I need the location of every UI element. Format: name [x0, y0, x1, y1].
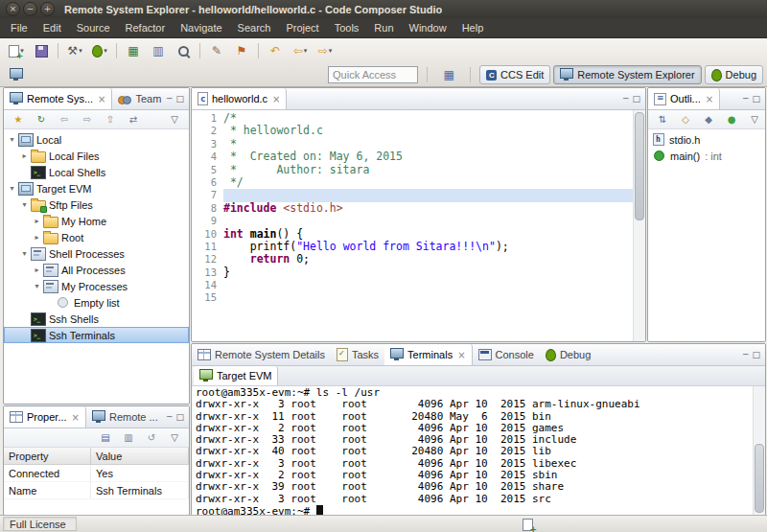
- show-categories-button[interactable]: ▤: [95, 429, 116, 447]
- column-header-value[interactable]: Value: [91, 448, 189, 465]
- maximize-view-button[interactable]: □: [752, 350, 760, 359]
- link-with-editor-button[interactable]: ⇄: [123, 111, 144, 128]
- tree-item-local-shells[interactable]: Local Shells: [4, 164, 189, 180]
- bookmark-button[interactable]: ⚑: [229, 40, 254, 61]
- expander-icon[interactable]: ▸: [32, 233, 42, 242]
- memory-browser-button[interactable]: ▥: [146, 40, 171, 61]
- terminal-vertical-scrollbar[interactable]: [753, 386, 765, 515]
- hide-non-public-members-button[interactable]: ●: [721, 111, 742, 128]
- scrollbar-thumb[interactable]: [755, 444, 764, 513]
- close-button[interactable]: ×: [6, 2, 20, 16]
- tab-helloworld-c[interactable]: helloworld.c×: [192, 88, 287, 109]
- property-row[interactable]: NameSsh Terminals: [4, 482, 189, 499]
- hide-static-members-button[interactable]: ◆: [698, 111, 719, 128]
- code-line[interactable]: 6 */: [192, 176, 634, 189]
- close-tab-icon[interactable]: ×: [72, 412, 80, 423]
- tab-target-evm[interactable]: Target EVM: [194, 366, 278, 385]
- view-menu-button[interactable]: ▽: [164, 111, 185, 128]
- expander-icon[interactable]: ▾: [7, 135, 17, 144]
- terminal-output[interactable]: root@am335x-evm:~# ls -l /usrdrwxr-xr-x …: [192, 386, 765, 515]
- tree-item-shell-processes[interactable]: ▾Shell Processes: [4, 245, 189, 262]
- code-line[interactable]: 14: [192, 279, 634, 291]
- code-line[interactable]: 2 * helloworld.c: [192, 125, 634, 137]
- close-tab-icon[interactable]: ×: [98, 94, 105, 104]
- minimize-view-button[interactable]: ─: [623, 94, 628, 104]
- menu-window[interactable]: Window: [402, 20, 454, 35]
- tab-remote-sys[interactable]: Remote Sys...×: [4, 88, 112, 109]
- back-button[interactable]: ⇦: [54, 111, 75, 128]
- perspective-remote-system-explorer[interactable]: Remote System Explorer: [553, 65, 701, 84]
- tree-item-my-processes[interactable]: ▾My Processes: [4, 278, 189, 294]
- menu-run[interactable]: Run: [366, 20, 401, 35]
- code-line[interactable]: 5 * Author: sitara: [192, 164, 634, 176]
- minimize-view-button[interactable]: ─: [167, 94, 172, 104]
- tree-item-ssh-terminals[interactable]: Ssh Terminals: [4, 327, 189, 343]
- sort-button[interactable]: ⇅: [652, 111, 673, 128]
- minimize-view-button[interactable]: ─: [167, 412, 172, 422]
- close-tab-icon[interactable]: ×: [706, 94, 713, 104]
- menu-search[interactable]: Search: [230, 20, 279, 35]
- tree-item-ssh-shells[interactable]: Ssh Shells: [4, 311, 189, 327]
- menu-edit[interactable]: Edit: [35, 20, 69, 35]
- code-line[interactable]: 11 printf("Hello world from Sitara!!!\n"…: [192, 241, 634, 253]
- hide-fields-button[interactable]: ◇: [675, 111, 696, 128]
- show-advanced-properties-button[interactable]: ▥: [118, 429, 139, 447]
- debug-button[interactable]: ▾: [87, 40, 112, 61]
- maximize-button[interactable]: +: [40, 2, 55, 16]
- tab-remote-system-details[interactable]: Remote System Details: [192, 344, 331, 365]
- tree-item-local[interactable]: ▾Local: [4, 131, 189, 148]
- maximize-view-button[interactable]: □: [752, 94, 760, 104]
- property-row[interactable]: ConnectedYes: [4, 465, 189, 482]
- maximize-view-button[interactable]: □: [632, 94, 640, 104]
- view-menu-button[interactable]: ▽: [744, 111, 765, 128]
- license-status[interactable]: Full License: [3, 517, 77, 531]
- code-editor[interactable]: 1/*2 * helloworld.c3 *4 * Created on: Ma…: [192, 110, 645, 341]
- menu-project[interactable]: Project: [278, 20, 326, 35]
- expander-icon[interactable]: ▸: [32, 266, 42, 274]
- scrollbar-thumb[interactable]: [635, 112, 644, 220]
- tree-item-my-home[interactable]: ▸My Home: [4, 213, 189, 229]
- tree-item-root[interactable]: ▸Root: [4, 229, 189, 245]
- code-line[interactable]: 7: [192, 189, 634, 201]
- forward-button[interactable]: ⇨▾: [313, 40, 337, 61]
- tab-tasks[interactable]: Tasks: [331, 344, 384, 365]
- code-line[interactable]: 10int main() {: [192, 228, 634, 241]
- expander-icon[interactable]: ▸: [19, 151, 30, 160]
- forward-button[interactable]: ⇨: [77, 111, 98, 128]
- new-connection-button[interactable]: ★: [8, 111, 29, 128]
- new-button[interactable]: ▾: [4, 40, 29, 61]
- menu-navigate[interactable]: Navigate: [173, 20, 229, 35]
- code-line[interactable]: 9: [192, 215, 634, 227]
- edit-button[interactable]: ✎: [204, 40, 229, 61]
- tab-terminals[interactable]: Terminals×: [384, 344, 472, 365]
- terminal-prompt-line[interactable]: root@am335x-evm:~#: [196, 505, 761, 515]
- tree-item-target-evm[interactable]: ▾Target EVM: [4, 180, 189, 197]
- expander-icon[interactable]: ▾: [19, 200, 30, 209]
- outline-item-main[interactable]: main() : int: [648, 148, 765, 164]
- tab-outli[interactable]: Outli...×: [648, 88, 720, 109]
- maximize-view-button[interactable]: □: [175, 94, 184, 104]
- code-line[interactable]: 13}: [192, 266, 634, 279]
- outline-item-stdio-h[interactable]: stdio.h: [648, 131, 765, 148]
- tree-item-empty-list[interactable]: Empty list: [4, 294, 189, 311]
- tab-console[interactable]: Console: [473, 344, 540, 365]
- code-line[interactable]: 12 return 0;: [192, 253, 634, 266]
- save-button[interactable]: [29, 40, 54, 61]
- tab-team[interactable]: Team: [112, 88, 167, 109]
- tree-item-all-processes[interactable]: ▸All Processes: [4, 262, 189, 278]
- close-tab-icon[interactable]: ×: [272, 94, 280, 104]
- menu-refactor[interactable]: Refactor: [118, 20, 174, 35]
- tab-remote[interactable]: Remote ...: [86, 406, 164, 428]
- expander-icon[interactable]: ▾: [32, 282, 42, 290]
- tab-proper[interactable]: Proper...×: [4, 406, 86, 428]
- minimize-view-button[interactable]: ─: [743, 350, 748, 359]
- restore-defaults-button[interactable]: ↺: [141, 429, 162, 447]
- tree-item-local-files[interactable]: ▸Local Files: [4, 148, 189, 164]
- open-terminal-button[interactable]: [4, 64, 29, 85]
- menu-file[interactable]: File: [3, 20, 35, 35]
- last-edit-location-button[interactable]: ↶: [263, 40, 288, 61]
- back-button[interactable]: ⇦▾: [288, 40, 313, 61]
- minimize-button[interactable]: −: [23, 2, 37, 16]
- expander-icon[interactable]: ▾: [7, 184, 17, 193]
- code-line[interactable]: 1/*: [192, 112, 634, 125]
